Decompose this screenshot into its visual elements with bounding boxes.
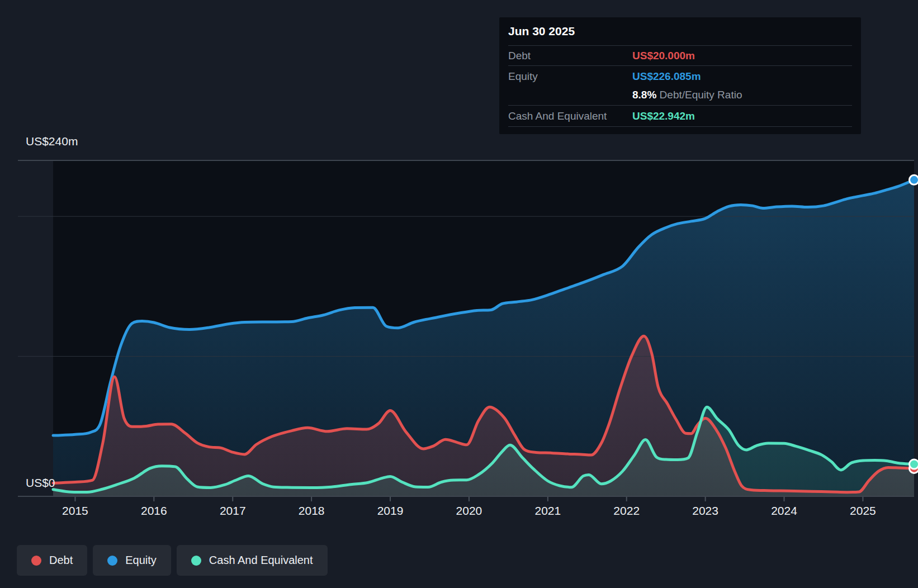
tooltip-equity-label: Equity [508,70,632,83]
y-label-zero: US$0 [26,476,55,489]
cash-endpoint-marker[interactable] [910,459,918,469]
tooltip-equity-value: US$226.085m [632,70,701,83]
tooltip-row-equity: Equity US$226.085m [508,66,852,86]
legend-item-debt[interactable]: Debt [17,545,87,576]
x-label-2021: 2021 [534,504,561,517]
tooltip-cash-value: US$22.942m [632,110,695,122]
x-label-2022: 2022 [613,504,640,517]
equity-endpoint-marker[interactable] [910,175,918,184]
tooltip-row-debt: Debt US$20.000m [508,46,852,66]
legend-equity-label: Equity [125,554,157,567]
tooltip-debt-label: Debt [508,50,632,62]
x-label-2023: 2023 [692,504,718,517]
x-label-2018: 2018 [299,504,325,517]
cash-dot-icon [191,556,201,566]
x-label-2016: 2016 [141,504,167,517]
x-label-2020: 2020 [456,504,482,517]
tooltip-cash-label: Cash And Equivalent [508,110,632,122]
equity-dot-icon [107,556,117,566]
debt-dot-icon [31,556,41,566]
tooltip-ratio-label: Debt/Equity Ratio [656,89,742,101]
x-label-2015: 2015 [62,504,88,517]
x-label-2019: 2019 [377,504,404,517]
legend-item-equity[interactable]: Equity [93,545,171,576]
debt-equity-history-chart: 2015201620172018201920202021202220232024… [0,0,918,588]
tooltip-ratio-value: 8.8% [632,89,656,101]
tooltip-row-ratio: 8.8% Debt/Equity Ratio [508,86,852,106]
legend-cash-label: Cash And Equivalent [209,554,313,567]
chart-legend: Debt Equity Cash And Equivalent [17,545,328,576]
tooltip-date: Jun 30 2025 [508,17,852,46]
y-label-max: US$240m [26,135,78,148]
tooltip-row-cash: Cash And Equivalent US$22.942m [508,106,852,127]
legend-debt-label: Debt [49,554,73,567]
tooltip-debt-value: US$20.000m [632,50,695,62]
chart-tooltip: Jun 30 2025 Debt US$20.000m Equity US$22… [499,17,861,134]
x-label-2025: 2025 [850,504,876,517]
legend-item-cash[interactable]: Cash And Equivalent [177,545,328,576]
x-label-2024: 2024 [771,504,797,517]
x-label-2017: 2017 [220,504,246,517]
